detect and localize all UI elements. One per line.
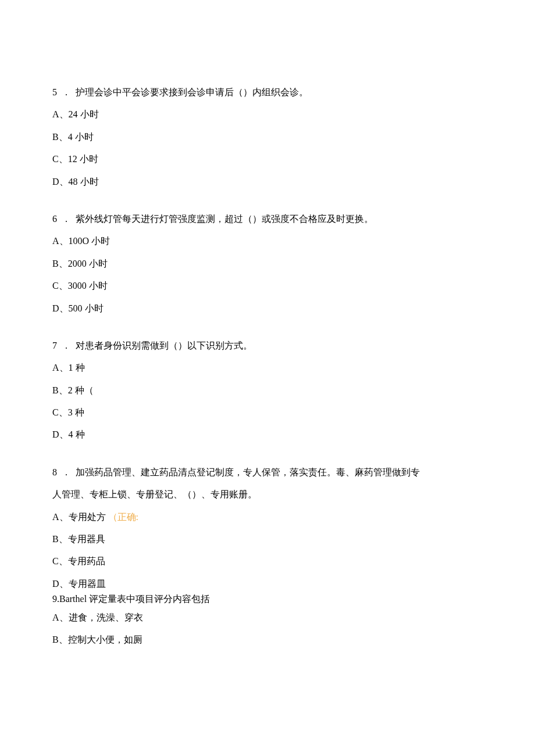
option-a: A、100O 小时 [52, 230, 483, 252]
option-c: C、专用药品 [52, 550, 483, 572]
option-a: A、进食，洗澡、穿衣 [52, 607, 483, 629]
question-stem-row: 6 . 紫外线灯管每天进行灯管强度监测，超过（）或强度不合格应及时更换。 [52, 208, 483, 230]
option-a: A、专用处方 （正确: [52, 506, 483, 528]
option-a-label: A、专用处方 [52, 512, 106, 522]
question-dot: . [65, 81, 76, 103]
option-d: D、48 小时 [52, 171, 483, 193]
option-c: C、3 种 [52, 402, 483, 424]
option-c: C、12 小时 [52, 148, 483, 170]
question-number: 5 [52, 81, 65, 103]
option-b: B、2000 小时 [52, 253, 483, 275]
question-stem-line2: 人管理、专柜上锁、专册登记、（）、专用账册。 [52, 483, 483, 506]
question-stem-row: 7 . 对患者身份识别需做到（）以下识别方式。 [52, 335, 483, 357]
option-b: B、2 种（ [52, 379, 483, 402]
question-stem: 紫外线灯管每天进行灯管强度监测，超过（）或强度不合格应及时更换。 [76, 208, 483, 230]
option-b: B、专用器具 [52, 528, 483, 550]
question-stem: 护理会诊中平会诊要求接到会诊申请后（）内组织会诊。 [76, 81, 483, 103]
question-dot: . [65, 335, 76, 357]
option-d: D、500 小时 [52, 298, 483, 320]
document-page: 5 . 护理会诊中平会诊要求接到会诊申请后（）内组织会诊。 A、24 小时 B、… [0, 0, 535, 756]
question-number: 8 [52, 461, 65, 483]
question-number: 6 [52, 208, 65, 230]
question-6: 6 . 紫外线灯管每天进行灯管强度监测，超过（）或强度不合格应及时更换。 A、1… [52, 208, 483, 320]
option-d: D、4 种 [52, 424, 483, 446]
option-b: B、4 小时 [52, 126, 483, 148]
question-stem: 对患者身份识别需做到（）以下识别方式。 [76, 335, 483, 357]
option-c: C、3000 小时 [52, 275, 483, 297]
question-stem-row: 5 . 护理会诊中平会诊要求接到会诊申请后（）内组织会诊。 [52, 81, 483, 103]
question-9: 9.Barthel 评定量表中项目评分内容包括 A、进食，洗澡、穿衣 B、控制大… [52, 592, 483, 651]
question-8: 8 . 加强药品管理、建立药品清点登记制度，专人保管，落实责任。毒、麻药管理做到… [52, 461, 483, 595]
question-7: 7 . 对患者身份识别需做到（）以下识别方式。 A、1 种 B、2 种（ C、3… [52, 335, 483, 446]
option-a: A、24 小时 [52, 103, 483, 126]
question-stem: 9.Barthel 评定量表中项目评分内容包括 [52, 592, 483, 607]
question-dot: . [65, 461, 76, 483]
question-number: 7 [52, 335, 65, 357]
question-dot: . [65, 208, 76, 230]
option-b: B、控制大小便，如厕 [52, 629, 483, 651]
correct-marker: （正确: [108, 512, 138, 522]
question-5: 5 . 护理会诊中平会诊要求接到会诊申请后（）内组织会诊。 A、24 小时 B、… [52, 81, 483, 193]
question-stem-line1: 加强药品管理、建立药品清点登记制度，专人保管，落实责任。毒、麻药管理做到专 [76, 461, 483, 483]
option-a: A、1 种 [52, 357, 483, 379]
question-stem-row: 8 . 加强药品管理、建立药品清点登记制度，专人保管，落实责任。毒、麻药管理做到… [52, 461, 483, 483]
